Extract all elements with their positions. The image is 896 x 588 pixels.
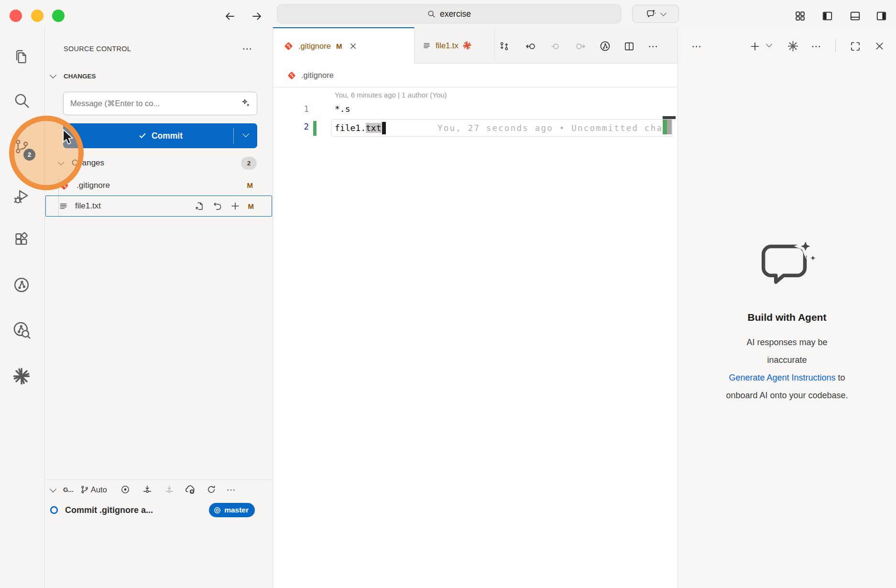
split-editor-button[interactable] [623,40,635,52]
tab-file1[interactable]: file1.tx [415,27,495,64]
close-icon[interactable] [349,42,358,51]
graph-overflow-button[interactable]: ⋯ [227,485,236,494]
discard-changes-action-icon[interactable] [212,201,223,211]
agent-body-line4: onboard AI onto your codebase. [688,387,886,404]
copilot-chat-button[interactable] [632,5,679,23]
activity-bar [0,27,44,588]
previous-change-button[interactable] [524,40,536,52]
commit-button[interactable]: Commit [63,123,257,148]
tab-gitignore-active[interactable]: .gitignore M [273,27,415,64]
tab-label: file1.tx [436,41,459,50]
text-cursor [382,122,386,134]
sidebar-item-claude-extension[interactable] [11,366,32,386]
customize-layout-button[interactable] [794,10,806,22]
timeline-button[interactable] [599,40,611,52]
changed-file-row-file1-selected[interactable]: file1.txt M [45,196,272,217]
branch-icon [80,485,89,494]
git-file-icon [287,71,296,80]
branch-badge[interactable]: master [209,503,255,517]
breadcrumb[interactable]: .gitignore [273,64,677,87]
file-name: file1.txt [75,201,101,211]
section-header-changes[interactable]: CHANGES [48,70,258,82]
agent-body-line1: AI responses may be [688,334,886,351]
sidebar-item-run-debug[interactable] [12,187,31,205]
toggle-panel-button[interactable] [849,10,861,22]
compare-icon [499,41,510,52]
graph-auto-label: Auto [91,485,107,494]
generate-commit-message-icon[interactable] [240,98,251,109]
open-file-action-icon[interactable] [195,201,205,211]
chat-settings-button[interactable] [787,40,799,52]
agent-body-line3: Generate Agent Instructions to [688,369,886,387]
toggle-primary-sidebar-button[interactable] [821,10,833,22]
chat-sparkle-large-icon [759,238,819,292]
ruler-added-mark [663,120,667,134]
new-chat-button[interactable] [749,40,761,52]
sidebar-item-extensions[interactable] [12,230,31,249]
traffic-zoom-button[interactable] [52,10,65,22]
split-editor-icon [623,41,635,52]
fullscreen-icon [850,41,861,52]
git-graph-circle-icon [12,276,31,294]
modified-badge: M [248,202,254,210]
chat-sparkle-icon [645,9,656,20]
sidebar-item-gitlens[interactable] [11,320,32,340]
ellipsis-icon: ⋯ [648,41,658,51]
panel-bottom-icon [849,10,861,22]
refresh-icon[interactable] [206,484,217,495]
change-marker-button [549,40,561,52]
target-icon [213,506,222,515]
search-query-text: exercise [440,9,471,19]
message-placeholder: Message (⌘Enter to co... [70,99,240,108]
target-icon[interactable] [120,484,131,495]
highlight-circle-annotation [9,116,84,190]
sidebar-item-source-control-graph[interactable] [12,275,31,294]
compare-changes-button[interactable] [498,40,510,52]
panel-title: SOURCE CONTROL [64,45,131,53]
code-line-2[interactable]: file1.txt [335,119,386,137]
commit-message-input[interactable]: Message (⌘Enter to co... [63,92,257,115]
stage-changes-action-icon[interactable] [230,201,240,211]
editor-code-area[interactable] [273,87,677,588]
prev-change-icon [525,41,536,52]
generate-agent-instructions-link[interactable]: Generate Agent Instructions [729,373,835,382]
panel-overflow-button[interactable]: ⋯ [239,42,255,54]
tab-modified-badge: M [336,42,342,50]
editor-overflow-button[interactable]: ⋯ [646,39,660,53]
chevron-down-icon [660,10,667,16]
text-file-icon [422,41,431,50]
nav-back-button[interactable] [224,10,236,22]
breadcrumb-item[interactable]: .gitignore [301,71,334,80]
close-panel-button[interactable] [874,40,885,52]
starburst-dirty-icon[interactable] [462,41,472,50]
publish-cloud-icon[interactable] [184,484,196,496]
graph-commit-row[interactable]: Commit .gitignore a... master [46,501,272,519]
panel-header-divider [835,39,836,52]
changed-file-row-gitignore[interactable]: .gitignore M [46,175,272,196]
sidebar-item-search[interactable] [12,91,31,109]
changes-count-badge: 2 [241,157,257,170]
chat-panel-overflow-right[interactable]: ⋯ [809,39,823,53]
maximize-panel-button[interactable] [849,40,861,52]
pull-icon[interactable] [142,484,153,495]
traffic-minimize-button[interactable] [31,10,44,22]
panel-border [677,27,678,588]
change-icon [550,41,561,52]
chat-panel-overflow-left[interactable]: ⋯ [689,39,704,53]
nav-forward-button[interactable] [251,10,263,22]
gear-icon [787,40,799,52]
toggle-secondary-sidebar-button[interactable] [875,10,887,22]
graph-commit-message: Commit .gitignore a... [65,505,153,515]
gitlens-icon [12,320,31,339]
sidebar-item-explorer[interactable] [12,48,31,66]
arrow-right-icon [251,11,262,22]
traffic-close-button[interactable] [10,10,22,22]
agent-panel-title: Build with Agent [678,312,896,323]
plus-icon [749,41,761,52]
inline-blame-annotation: You, 27 seconds ago • Uncommitted chang [437,119,662,137]
ellipsis-icon: ⋯ [242,44,252,54]
command-center-search[interactable]: exercise [277,4,621,23]
git-file-icon [284,41,294,51]
graph-section-header[interactable]: G... Auto ⋯ [46,481,272,498]
code-line-1[interactable]: *.s [335,104,350,114]
